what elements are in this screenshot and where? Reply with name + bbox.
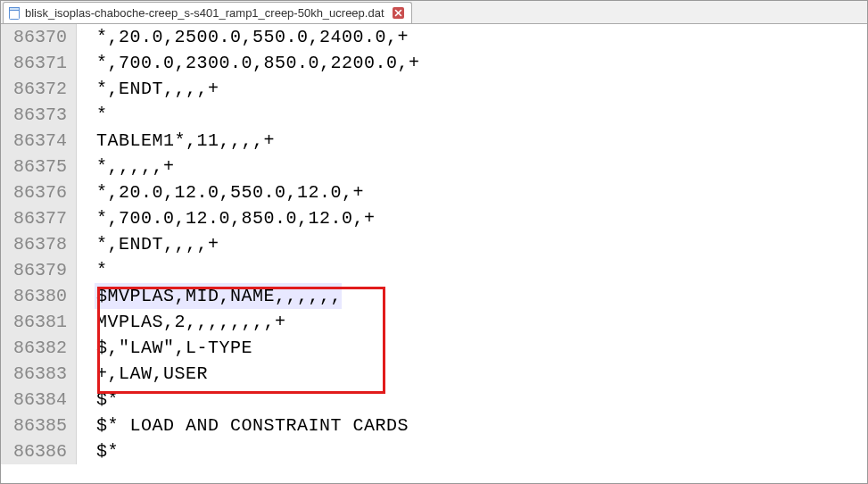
code-line[interactable]: 86370*,20.0,2500.0,550.0,2400.0,+: [1, 24, 867, 50]
line-number: 86374: [1, 128, 77, 154]
code-text[interactable]: $MVPLAS,MID,NAME,,,,,,: [95, 283, 342, 309]
editor-area[interactable]: 86370*,20.0,2500.0,550.0,2400.0,+86371*,…: [1, 24, 867, 483]
line-number: 86379: [1, 257, 77, 283]
code-text[interactable]: $*: [95, 387, 119, 413]
line-number: 86386: [1, 438, 77, 464]
code-text[interactable]: $,"LAW",L-TYPE: [95, 335, 252, 361]
line-number: 86383: [1, 361, 77, 387]
line-number: 86380: [1, 283, 77, 309]
code-line[interactable]: 86374TABLEM1*,11,,,,+: [1, 128, 867, 154]
code-line[interactable]: 86383+,LAW,USER: [1, 361, 867, 387]
tab-bar: blisk_isoplas-chaboche-creep_s-s401_ramp…: [1, 1, 867, 24]
line-number: 86371: [1, 50, 77, 76]
line-number: 86375: [1, 154, 77, 179]
code-text[interactable]: *,ENDT,,,,+: [95, 76, 219, 102]
line-number: 86381: [1, 309, 77, 335]
code-line[interactable]: 86372*,ENDT,,,,+: [1, 76, 867, 102]
line-number: 86370: [1, 24, 77, 50]
file-tab[interactable]: blisk_isoplas-chaboche-creep_s-s401_ramp…: [3, 2, 412, 23]
code-text[interactable]: TABLEM1*,11,,,,+: [95, 128, 275, 154]
code-line[interactable]: 86375*,,,,,+: [1, 154, 867, 179]
line-number: 86384: [1, 387, 77, 413]
code-text[interactable]: $* LOAD AND CONSTRAINT CARDS: [95, 413, 409, 438]
line-number: 86385: [1, 413, 77, 438]
code-line[interactable]: 86377*,700.0,12.0,850.0,12.0,+: [1, 205, 867, 231]
code-text[interactable]: *,20.0,12.0,550.0,12.0,+: [95, 179, 364, 205]
line-number: 86376: [1, 179, 77, 205]
code-line[interactable]: 86379*: [1, 257, 867, 283]
code-text[interactable]: *,,,,,+: [95, 154, 175, 179]
code-text[interactable]: $*: [95, 438, 119, 464]
code-text[interactable]: *,700.0,12.0,850.0,12.0,+: [95, 205, 376, 231]
code-line[interactable]: 86376*,20.0,12.0,550.0,12.0,+: [1, 179, 867, 205]
code-text[interactable]: *,ENDT,,,,+: [95, 231, 219, 257]
code-line[interactable]: 86381MVPLAS,2,,,,,,,,+: [1, 309, 867, 335]
close-icon[interactable]: [393, 7, 404, 19]
code-text[interactable]: *: [95, 102, 108, 128]
line-number: 86377: [1, 205, 77, 231]
code-line[interactable]: 86384$*: [1, 387, 867, 413]
code-text[interactable]: MVPLAS,2,,,,,,,,+: [95, 309, 286, 335]
code-line[interactable]: 86378*,ENDT,,,,+: [1, 231, 867, 257]
line-number: 86372: [1, 76, 77, 102]
code-line[interactable]: 86373*: [1, 102, 867, 128]
svg-rect-1: [10, 7, 20, 10]
code-text[interactable]: *: [95, 257, 108, 283]
code-line[interactable]: 86380$MVPLAS,MID,NAME,,,,,,: [1, 283, 867, 309]
line-number: 86378: [1, 231, 77, 257]
file-icon: [8, 7, 21, 20]
code-line[interactable]: 86386$*: [1, 438, 867, 464]
tab-filename: blisk_isoplas-chaboche-creep_s-s401_ramp…: [25, 6, 384, 20]
code-text[interactable]: *,700.0,2300.0,850.0,2200.0,+: [95, 50, 420, 76]
code-text[interactable]: *,20.0,2500.0,550.0,2400.0,+: [95, 24, 409, 50]
code-line[interactable]: 86371*,700.0,2300.0,850.0,2200.0,+: [1, 50, 867, 76]
line-number: 86373: [1, 102, 77, 128]
line-number: 86382: [1, 335, 77, 361]
code-line[interactable]: 86382$,"LAW",L-TYPE: [1, 335, 867, 361]
code-text[interactable]: +,LAW,USER: [95, 361, 208, 387]
code-line[interactable]: 86385$* LOAD AND CONSTRAINT CARDS: [1, 413, 867, 438]
